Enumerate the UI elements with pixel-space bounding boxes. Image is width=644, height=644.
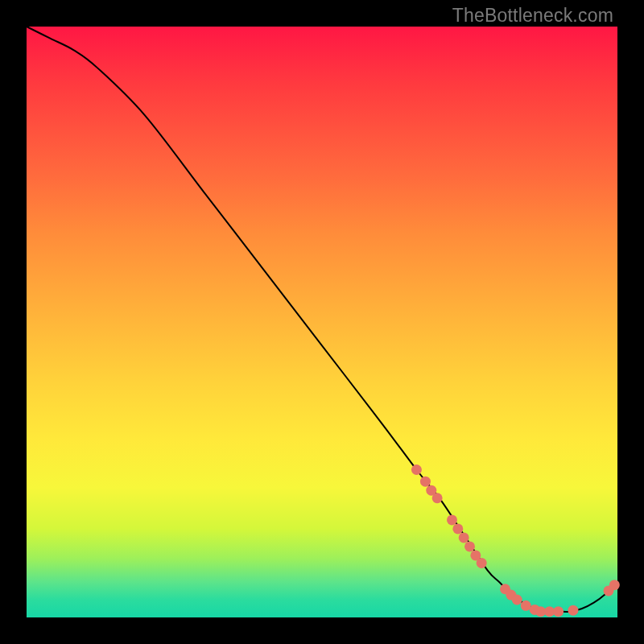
marker-group [411, 464, 620, 617]
bottleneck-curve [27, 27, 617, 612]
data-marker [553, 606, 564, 617]
chart-stage: TheBottleneck.com [0, 0, 644, 644]
data-marker [411, 464, 422, 475]
data-marker [432, 493, 443, 503]
data-marker [452, 523, 463, 534]
data-marker [609, 580, 620, 590]
data-marker [459, 532, 469, 543]
watermark-text: TheBottleneck.com [452, 5, 613, 27]
plot-area [27, 27, 617, 617]
data-marker [420, 477, 431, 487]
data-marker [512, 594, 522, 605]
data-marker [568, 605, 578, 616]
data-marker [477, 558, 487, 568]
chart-svg [27, 27, 617, 617]
data-marker [464, 541, 475, 551]
data-marker [447, 514, 457, 525]
